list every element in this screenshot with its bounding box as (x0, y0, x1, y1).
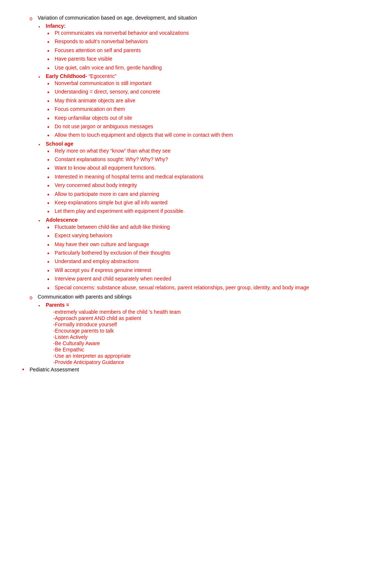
outer-list: o Variation of communication based on ag… (22, 15, 370, 365)
bullet-circle: • (47, 182, 52, 190)
bullet-circle: • (47, 208, 52, 216)
bullet-circle: • (47, 164, 52, 173)
bullet-circle: • (47, 224, 52, 232)
pediatric-assessment-item: • Pediatric Assessment (22, 367, 370, 373)
list-item: • Keep unfamiliar objects out of site (47, 115, 370, 123)
adolescence-section: ▪ Adolescence • Fluctuate between child-… (38, 217, 370, 284)
list-item: • Pt communicates via nonverbal behavior… (47, 30, 370, 38)
list-item: • Focuses attention on self and parents (47, 47, 370, 55)
list-item: • Want to know about all equipment funct… (47, 165, 370, 173)
bullet-circle: • (47, 38, 52, 46)
infancy-section: ▪ Infancy: • Pt communicates via nonverb… (38, 23, 370, 72)
bullet-circle: • (47, 55, 52, 64)
outer-item-1: o Variation of communication based on ag… (30, 15, 370, 292)
bullet-o-1: o (30, 16, 35, 21)
bullet-circle: • (47, 132, 52, 140)
list-item: • Focus communication on them (47, 106, 370, 114)
ec-items: • Nonverbal communication is still impor… (38, 80, 370, 140)
bullet-circle: • (47, 147, 52, 156)
outer-item-2-text: Communication with parents and siblings (38, 294, 131, 300)
list-item: -Provide Anticipatory Guidance (52, 359, 370, 365)
bullet-circle: • (47, 97, 52, 105)
level2-list-2: ▪ Parents = -extremely valuable members … (30, 302, 370, 365)
bullet-circle: • (47, 275, 52, 283)
list-item: • Allow to participate more in care and … (47, 191, 370, 199)
main-content: o Variation of communication based on ag… (22, 15, 370, 373)
parents-label: Parents = (46, 302, 69, 308)
list-item: • Very concerned about body integrity (47, 182, 370, 190)
list-item: • Understand and employ abstractions (47, 258, 370, 266)
list-item: • Responds to adult’s nonverbal behavior… (47, 38, 370, 46)
infancy-item-5: Use quiet, calm voice and firm, gentle h… (55, 65, 162, 71)
bullet-circle: • (47, 249, 52, 258)
bullet-circle: • (47, 64, 52, 72)
list-item: • Allow them to touch equipment and obje… (47, 132, 370, 140)
list-item: -Formally introduce yourself (52, 321, 370, 327)
bullet-circle: • (47, 284, 52, 292)
parents-dashes: -extremely valuable members of the child… (38, 309, 370, 365)
sa-items: • Rely more on what they “know” than wha… (38, 148, 370, 216)
list-item: • Constant explanations sought: Why? Why… (47, 156, 370, 164)
infancy-items: • Pt communicates via nonverbal behavior… (38, 30, 370, 72)
outer-item-1-text: Variation of communication based on age,… (38, 15, 197, 21)
bullet-circle: • (47, 30, 52, 38)
list-item: • Have parents face visible (47, 56, 370, 64)
infancy-label: Infancy: (46, 23, 66, 29)
outer-item-2: o Communication with parents and sibling… (30, 294, 370, 365)
list-item: • Keep explanations simple but give all … (47, 200, 370, 207)
list-item: • Interview parent and child separately … (47, 276, 370, 283)
bullet-circle: • (47, 106, 52, 114)
bullet-sq-infancy: ▪ (38, 24, 43, 29)
list-item: • Use quiet, calm voice and firm, gentle… (47, 65, 370, 72)
infancy-item-4: Have parents face visible (55, 56, 112, 62)
list-item: -Approach parent AND child as patient (52, 315, 370, 321)
parents-section: ▪ Parents = -extremely valuable members … (38, 302, 370, 365)
list-item: • Fluctuate between child-like and adult… (47, 224, 370, 232)
list-item: -extremely valuable members of the child… (52, 309, 370, 315)
adol-label: Adolescence (46, 217, 78, 223)
bullet-circle: • (47, 123, 52, 131)
list-item: • Nonverbal communication is still impor… (47, 80, 370, 88)
bullet-circle: • (47, 232, 52, 240)
bullet-sq-parents: ▪ (38, 303, 43, 308)
adol-items: • Fluctuate between child-like and adult… (38, 224, 370, 284)
bullet-circle: • (47, 47, 52, 55)
bullet-circle: • (47, 80, 52, 88)
list-item: • Understanding = direct, sensory, and c… (47, 89, 370, 96)
list-item: -Encourage parents to talk (52, 328, 370, 334)
bullet-sq-sa: ▪ (38, 142, 43, 147)
bullet-circle: • (47, 173, 52, 181)
bullet-circle: • (47, 88, 52, 96)
infancy-item-2: Responds to adult’s nonverbal behaviors (55, 38, 148, 44)
bullet-circle: • (47, 199, 52, 207)
list-item: • Let them play and experiment with equi… (47, 208, 370, 216)
infancy-item-1: Pt communicates via nonverbal behavior a… (55, 30, 189, 36)
list-item: • Rely more on what they “know” than wha… (47, 148, 370, 156)
special-concerns-text: Special concerns: substance abuse, sexua… (55, 285, 309, 290)
bullet-circle: • (47, 267, 52, 275)
bullet-o-2: o (30, 295, 35, 300)
bullet-circle: • (47, 156, 52, 164)
list-item: • Do not use jargon or ambiguous message… (47, 123, 370, 131)
list-item: • Expect varying behaviors (47, 232, 370, 240)
list-item: • Particularly bothered by exclusion of … (47, 250, 370, 258)
bullet-circle: • (47, 241, 52, 249)
list-item: -Be Culturally Aware (52, 340, 370, 346)
bullet-circle: • (47, 258, 52, 266)
list-item: • May have their own culture and languag… (47, 241, 370, 249)
sa-label: School age (46, 141, 73, 147)
level2-list-1: ▪ Infancy: • Pt communicates via nonverb… (30, 23, 370, 284)
list-item: • Interested in meaning of hospital term… (47, 174, 370, 181)
bullet-sq-adol: ▪ (38, 218, 43, 223)
bullet-circle: • (47, 191, 52, 199)
list-item: • May think animate objects are alive (47, 98, 370, 105)
bullet-circle-top: • (22, 366, 27, 373)
list-item: -Listen Actively (52, 334, 370, 340)
list-item: -Be Empathic (52, 347, 370, 353)
pediatric-assessment-text: Pediatric Assessment (30, 367, 79, 372)
school-age-section: ▪ School age • Rely more on what they “k… (38, 141, 370, 216)
special-concerns-item: • Special concerns: substance abuse, sex… (30, 285, 370, 292)
list-item: -Use an interpreter as appropriate (52, 353, 370, 359)
ec-label: Early Childhood- “Egocentric” (46, 73, 116, 79)
bullet-sq-ec: ▪ (38, 74, 43, 79)
